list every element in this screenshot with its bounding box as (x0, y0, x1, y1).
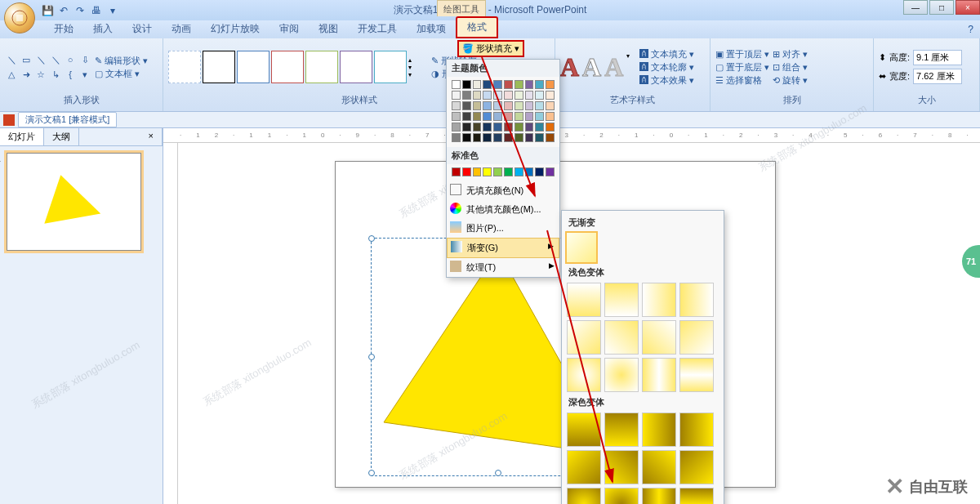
color-swatch[interactable] (535, 133, 544, 142)
shape-line2-icon[interactable]: ＼ (34, 53, 47, 66)
text-fill-button[interactable]: 🅰文本填充▾ (639, 48, 694, 60)
color-swatch[interactable] (535, 167, 544, 176)
tab-developer[interactable]: 开发工具 (348, 20, 407, 38)
height-input[interactable]: 9.1 厘米 (913, 50, 962, 65)
wa-gallery-more-icon[interactable]: ▾ (626, 52, 636, 60)
color-swatch[interactable] (504, 80, 513, 89)
tab-view[interactable]: 视图 (309, 20, 348, 38)
tab-format[interactable]: 格式 (456, 16, 498, 38)
qat-more-icon[interactable]: ▾ (106, 4, 119, 17)
texture-fill-item[interactable]: 纹理(T) ▶ (447, 258, 559, 277)
gradient-swatch[interactable] (642, 283, 676, 317)
color-swatch[interactable] (473, 123, 482, 132)
send-back-button[interactable]: ▢置于底层▾ (715, 61, 769, 74)
shape-arrowdown-icon[interactable]: ⇩ (78, 53, 91, 66)
gradient-swatch[interactable] (604, 320, 639, 355)
color-swatch[interactable] (483, 112, 492, 121)
picture-fill-item[interactable]: 图片(P)... (447, 219, 559, 238)
color-swatch[interactable] (462, 91, 471, 100)
redo-icon[interactable]: ↷ (74, 4, 87, 17)
color-swatch[interactable] (546, 91, 555, 100)
color-swatch[interactable] (462, 80, 471, 89)
tab-slideshow[interactable]: 幻灯片放映 (201, 20, 270, 38)
color-swatch[interactable] (525, 80, 534, 89)
tab-design[interactable]: 设计 (122, 20, 162, 38)
color-swatch[interactable] (525, 123, 534, 132)
color-swatch[interactable] (546, 133, 555, 142)
no-gradient-swatch[interactable] (565, 231, 598, 264)
gradient-swatch[interactable] (642, 320, 676, 355)
save-icon[interactable]: 💾 (41, 4, 54, 17)
undo-icon[interactable]: ↶ (57, 4, 70, 17)
gradient-swatch[interactable] (679, 450, 714, 484)
text-outline-button[interactable]: 🅰文本轮廓▾ (639, 61, 694, 74)
color-swatch[interactable] (504, 101, 513, 110)
group-button[interactable]: ⊡组合▾ (773, 61, 808, 74)
no-fill-item[interactable]: 无填充颜色(N) (447, 181, 559, 200)
tab-home[interactable]: 开始 (44, 20, 83, 38)
shape-line3-icon[interactable]: ＼ (49, 53, 62, 66)
color-swatch[interactable] (462, 112, 471, 121)
text-effects-button[interactable]: 🅰文本效果▾ (639, 74, 694, 87)
document-tab[interactable]: 演示文稿1 [兼容模式] (18, 112, 117, 127)
minimize-button[interactable]: — (903, 0, 928, 15)
shape-line-icon[interactable]: ＼ (5, 53, 18, 66)
gradient-swatch[interactable] (604, 450, 639, 484)
gradient-swatch[interactable] (604, 283, 639, 317)
gallery-down-icon[interactable]: ▾ (408, 64, 420, 71)
gradient-swatch[interactable] (567, 283, 601, 317)
slide-thumbnail[interactable]: 1 (7, 153, 141, 251)
tab-insert[interactable]: 插入 (83, 20, 122, 38)
shape-conn-icon[interactable]: ↳ (49, 68, 62, 81)
color-swatch[interactable] (483, 167, 492, 176)
gradient-swatch[interactable] (642, 488, 676, 504)
wordart-item[interactable]: A (604, 52, 623, 83)
width-input[interactable]: 7.62 厘米 (913, 69, 962, 84)
gradient-swatch[interactable] (642, 358, 676, 392)
color-swatch[interactable] (483, 123, 492, 132)
color-swatch[interactable] (452, 112, 461, 121)
color-swatch[interactable] (514, 123, 523, 132)
color-swatch[interactable] (473, 80, 482, 89)
color-swatch[interactable] (525, 91, 534, 100)
color-swatch[interactable] (546, 123, 555, 132)
gradient-swatch[interactable] (567, 413, 601, 447)
style-item[interactable] (305, 51, 338, 83)
color-swatch[interactable] (504, 133, 513, 142)
tab-addins[interactable]: 加载项 (407, 20, 456, 38)
gradient-swatch[interactable] (642, 450, 676, 484)
color-swatch[interactable] (504, 167, 513, 176)
color-swatch[interactable] (462, 133, 471, 142)
bring-front-button[interactable]: ▣置于顶层▾ (715, 48, 769, 60)
shape-oval-icon[interactable]: ○ (64, 53, 77, 66)
tab-animations[interactable]: 动画 (162, 20, 201, 38)
shape-star-icon[interactable]: ☆ (34, 68, 47, 81)
color-swatch[interactable] (535, 101, 544, 110)
style-item[interactable] (168, 51, 201, 83)
color-swatch[interactable] (504, 123, 513, 132)
wordart-item[interactable]: A (582, 52, 601, 83)
gradient-swatch[interactable] (567, 450, 601, 484)
color-swatch[interactable] (473, 91, 482, 100)
help-icon[interactable]: ? (968, 24, 973, 35)
office-button[interactable] (4, 2, 35, 33)
gradient-swatch[interactable] (604, 358, 639, 392)
shape-style-gallery[interactable]: ▴ ▾ ▾ (168, 51, 420, 83)
gradient-swatch[interactable] (679, 320, 714, 355)
gradient-swatch[interactable] (604, 488, 639, 504)
color-swatch[interactable] (535, 80, 544, 89)
color-swatch[interactable] (483, 133, 492, 142)
gradient-swatch[interactable] (679, 283, 714, 317)
color-swatch[interactable] (462, 123, 471, 132)
selection-pane-button[interactable]: ☰选择窗格 (715, 74, 769, 87)
shape-fill-button[interactable]: 🪣 形状填充 ▾ (457, 40, 524, 57)
color-swatch[interactable] (514, 91, 523, 100)
gradient-swatch[interactable] (604, 413, 639, 447)
wordart-gallery[interactable]: A A A ▾ (560, 52, 636, 83)
color-swatch[interactable] (514, 167, 523, 176)
color-swatch[interactable] (514, 101, 523, 110)
color-swatch[interactable] (525, 133, 534, 142)
color-swatch[interactable] (483, 80, 492, 89)
shape-more-icon[interactable]: ▾ (78, 68, 91, 81)
color-swatch[interactable] (473, 133, 482, 142)
